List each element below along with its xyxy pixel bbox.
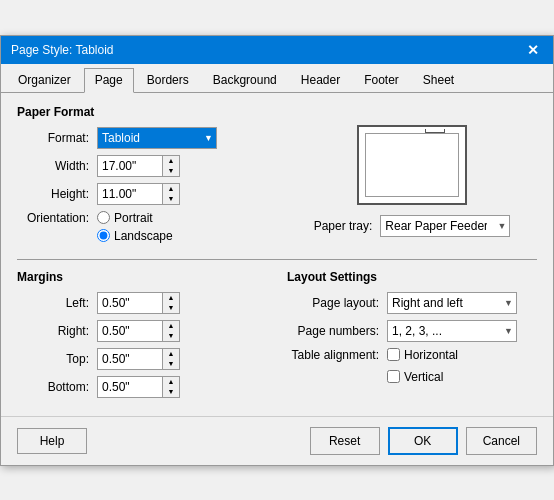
left-margin-control: 0.50" ▲▼ xyxy=(97,292,180,314)
top-margin-control: 0.50" ▲▼ xyxy=(97,348,180,370)
vertical-label[interactable]: Vertical xyxy=(404,370,443,384)
paper-tray-select[interactable]: Rear Paper Feeder Front Paper Feeder Man… xyxy=(380,215,510,237)
vertical-checkbox-row: Vertical xyxy=(387,370,458,384)
height-control: 11.00" ▲ ▼ xyxy=(97,183,180,205)
width-row: Width: 17.00" ▲ ▼ xyxy=(17,155,267,177)
margins-title: Margins xyxy=(17,270,267,284)
format-select-wrapper: Tabloid xyxy=(97,127,217,149)
page-numbers-select-wrapper: 1, 2, 3, ... A, B, C, ... a, b, c, ... xyxy=(387,320,517,342)
paper-preview xyxy=(357,125,467,205)
horizontal-checkbox-row: Horizontal xyxy=(387,348,458,362)
bottom-margin-row: Bottom: 0.50" ▲▼ xyxy=(17,376,267,398)
help-button[interactable]: Help xyxy=(17,428,87,454)
vertical-checkbox[interactable] xyxy=(387,370,400,383)
height-row: Height: 11.00" ▲ ▼ xyxy=(17,183,267,205)
bottom-margin-label: Bottom: xyxy=(17,380,97,394)
left-margin-input[interactable]: 0.50" xyxy=(97,292,162,314)
bottom-margin-input[interactable]: 0.50" xyxy=(97,376,162,398)
tab-footer[interactable]: Footer xyxy=(353,68,410,92)
margins-panel: Margins Left: 0.50" ▲▼ Right: 0.50" ▲▼ xyxy=(17,270,267,404)
right-margin-row: Right: 0.50" ▲▼ xyxy=(17,320,267,342)
left-up[interactable]: ▲ xyxy=(163,293,179,303)
portrait-label[interactable]: Portrait xyxy=(114,211,153,225)
bottom-layout: Margins Left: 0.50" ▲▼ Right: 0.50" ▲▼ xyxy=(17,270,537,404)
paper-format-panel: Paper Format Format: Tabloid Width: 17.0… xyxy=(17,105,267,249)
paper-tray-label: Paper tray: xyxy=(314,219,373,233)
width-control: 17.00" ▲ ▼ xyxy=(97,155,180,177)
portrait-option: Portrait xyxy=(97,211,173,225)
paper-preview-inner xyxy=(365,133,459,197)
width-spinner: ▲ ▼ xyxy=(162,155,180,177)
top-down[interactable]: ▼ xyxy=(163,359,179,369)
tab-header[interactable]: Header xyxy=(290,68,351,92)
right-margin-label: Right: xyxy=(17,324,97,338)
ok-button[interactable]: OK xyxy=(388,427,458,455)
bottom-up[interactable]: ▲ xyxy=(163,377,179,387)
landscape-radio[interactable] xyxy=(97,229,110,242)
close-button[interactable]: ✕ xyxy=(523,42,543,58)
portrait-radio[interactable] xyxy=(97,211,110,224)
top-margin-row: Top: 0.50" ▲▼ xyxy=(17,348,267,370)
right-down[interactable]: ▼ xyxy=(163,331,179,341)
cancel-button[interactable]: Cancel xyxy=(466,427,537,455)
tab-bar: Organizer Page Borders Background Header… xyxy=(1,64,553,93)
right-up[interactable]: ▲ xyxy=(163,321,179,331)
bottom-down[interactable]: ▼ xyxy=(163,387,179,397)
top-margin-input[interactable]: 0.50" xyxy=(97,348,162,370)
right-margin-control: 0.50" ▲▼ xyxy=(97,320,180,342)
tab-page[interactable]: Page xyxy=(84,68,134,93)
format-row: Format: Tabloid xyxy=(17,127,267,149)
tab-organizer[interactable]: Organizer xyxy=(7,68,82,92)
width-down-button[interactable]: ▼ xyxy=(163,166,179,176)
paper-format-title: Paper Format xyxy=(17,105,267,119)
landscape-option: Landscape xyxy=(97,229,173,243)
right-panel: Paper tray: Rear Paper Feeder Front Pape… xyxy=(287,105,537,249)
top-up[interactable]: ▲ xyxy=(163,349,179,359)
page-style-dialog: Page Style: Tabloid ✕ Organizer Page Bor… xyxy=(0,35,554,466)
page-layout-select[interactable]: Right and left Mirrored Only right Only … xyxy=(387,292,517,314)
orientation-label: Orientation: xyxy=(17,211,97,225)
height-down-button[interactable]: ▼ xyxy=(163,194,179,204)
tab-background[interactable]: Background xyxy=(202,68,288,92)
page-layout-row: Page layout: Right and left Mirrored Onl… xyxy=(287,292,537,314)
reset-button[interactable]: Reset xyxy=(310,427,380,455)
tab-borders[interactable]: Borders xyxy=(136,68,200,92)
table-alignment-group: Horizontal Vertical xyxy=(387,348,458,388)
height-label: Height: xyxy=(17,187,97,201)
dialog-title: Page Style: Tabloid xyxy=(11,43,114,57)
orientation-group: Portrait Landscape xyxy=(97,211,173,243)
bottom-margin-control: 0.50" ▲▼ xyxy=(97,376,180,398)
left-margin-label: Left: xyxy=(17,296,97,310)
table-alignment-row: Table alignment: Horizontal Vertical xyxy=(287,348,537,388)
left-down[interactable]: ▼ xyxy=(163,303,179,313)
tab-sheet[interactable]: Sheet xyxy=(412,68,465,92)
width-up-button[interactable]: ▲ xyxy=(163,156,179,166)
button-bar: Help Reset OK Cancel xyxy=(1,416,553,465)
format-select[interactable]: Tabloid xyxy=(97,127,217,149)
right-margin-input[interactable]: 0.50" xyxy=(97,320,162,342)
width-input[interactable]: 17.00" xyxy=(97,155,162,177)
height-spinner: ▲ ▼ xyxy=(162,183,180,205)
height-up-button[interactable]: ▲ xyxy=(163,184,179,194)
title-bar: Page Style: Tabloid ✕ xyxy=(1,36,553,64)
layout-settings-title: Layout Settings xyxy=(287,270,537,284)
height-input[interactable]: 11.00" xyxy=(97,183,162,205)
landscape-label[interactable]: Landscape xyxy=(114,229,173,243)
paper-tray-select-wrapper: Rear Paper Feeder Front Paper Feeder Man… xyxy=(380,215,510,237)
page-layout-label: Page layout: xyxy=(287,296,387,310)
divider xyxy=(17,259,537,260)
format-label: Format: xyxy=(17,131,97,145)
page-numbers-label: Page numbers: xyxy=(287,324,387,338)
paper-tray-row: Paper tray: Rear Paper Feeder Front Pape… xyxy=(314,215,511,237)
top-margin-label: Top: xyxy=(17,352,97,366)
page-numbers-select[interactable]: 1, 2, 3, ... A, B, C, ... a, b, c, ... xyxy=(387,320,517,342)
page-numbers-row: Page numbers: 1, 2, 3, ... A, B, C, ... … xyxy=(287,320,537,342)
horizontal-checkbox[interactable] xyxy=(387,348,400,361)
page-layout-select-wrapper: Right and left Mirrored Only right Only … xyxy=(387,292,517,314)
width-label: Width: xyxy=(17,159,97,173)
horizontal-label[interactable]: Horizontal xyxy=(404,348,458,362)
layout-settings-panel: Layout Settings Page layout: Right and l… xyxy=(287,270,537,404)
dialog-content: Paper Format Format: Tabloid Width: 17.0… xyxy=(1,93,553,416)
table-alignment-label: Table alignment: xyxy=(287,348,387,362)
left-margin-row: Left: 0.50" ▲▼ xyxy=(17,292,267,314)
